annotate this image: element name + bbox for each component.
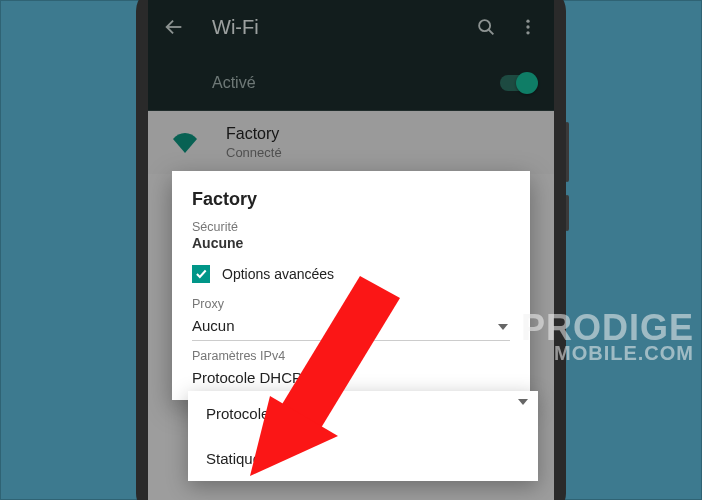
proxy-dropdown[interactable]: Aucun <box>192 313 510 341</box>
ipv4-dropdown-menu: Protocole DHCP Statique <box>188 391 538 481</box>
advanced-options-checkbox[interactable] <box>192 265 210 283</box>
dropdown-option-dhcp[interactable]: Protocole DHCP <box>188 391 538 436</box>
checkmark-icon <box>194 267 208 281</box>
security-label: Sécurité <box>192 220 510 234</box>
ipv4-value: Protocole DHCP <box>192 369 302 386</box>
dialog-title: Factory <box>192 189 510 210</box>
advanced-options-checkbox-row[interactable]: Options avancées <box>192 265 510 283</box>
proxy-label: Proxy <box>192 297 510 311</box>
dropdown-option-static[interactable]: Statique <box>188 436 538 481</box>
advanced-options-label: Options avancées <box>222 266 334 282</box>
phone-frame: Wi-Fi Activé Factory <box>136 0 566 500</box>
ipv4-label: Paramètres IPv4 <box>192 349 510 363</box>
caret-down-icon <box>498 324 508 330</box>
ipv4-dropdown[interactable]: Protocole DHCP <box>192 365 510 392</box>
security-value: Aucune <box>192 235 510 251</box>
proxy-value: Aucun <box>192 317 235 334</box>
network-edit-dialog: Factory Sécurité Aucune Options avancées… <box>172 171 530 400</box>
screen: Wi-Fi Activé Factory <box>148 0 554 500</box>
caret-down-icon <box>518 399 528 405</box>
